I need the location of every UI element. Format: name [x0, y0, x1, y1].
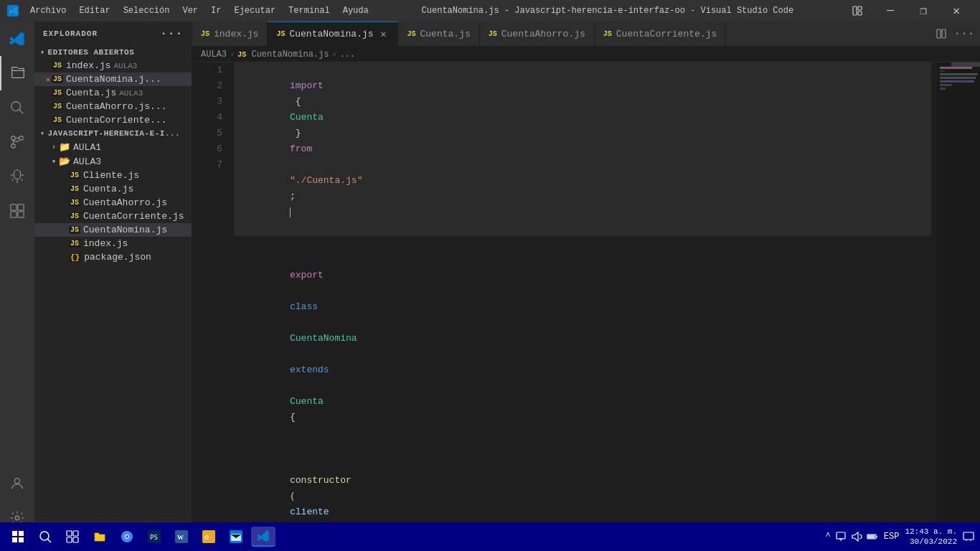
tab-name: CuentaCorriente.js — [616, 29, 717, 39]
activity-extensions[interactable] — [0, 194, 34, 228]
file-name: Cuenta.js — [83, 184, 133, 194]
tray-battery-icon[interactable] — [867, 531, 878, 542]
folder-aula3[interactable]: ▾ 📂 AULA3 — [34, 154, 192, 169]
svg-rect-28 — [73, 531, 78, 536]
menu-ayuda[interactable]: Ayuda — [337, 3, 374, 19]
list-item[interactable]: JS Cliente.js — [34, 169, 192, 182]
code-space — [290, 380, 296, 391]
taskbar-fileexplorer[interactable] — [88, 527, 112, 546]
more-actions-button[interactable]: ··· — [954, 24, 974, 44]
tab-cuentajs[interactable]: JS Cuenta.js — [398, 22, 479, 46]
code-area: 1 2 3 4 5 6 7 import { Cuenta } from "./… — [192, 62, 980, 535]
file-name: Cliente.js — [83, 170, 139, 181]
clock[interactable]: 12:43 a. m. 30/03/2022 — [905, 527, 957, 547]
taskbar-vscode[interactable] — [251, 527, 275, 547]
list-item[interactable]: JS index.js — [34, 237, 192, 250]
code-editor[interactable]: import { Cuenta } from "./Cuenta.js" ; e… — [228, 62, 937, 535]
taskbar-search[interactable] — [33, 527, 57, 546]
mini-line — [940, 67, 972, 69]
code-line-3[interactable]: export class CuentaNomina extends Cuenta… — [234, 252, 931, 441]
code-indent — [290, 459, 312, 470]
close-button[interactable]: ✕ — [940, 0, 973, 22]
string-path: "./Cuenta.js" — [290, 175, 362, 186]
menu-seleccion[interactable]: Selección — [118, 3, 176, 19]
tab-close-icon[interactable]: ✕ — [377, 29, 389, 40]
list-item[interactable]: JS CuentaAhorro.js... — [34, 100, 192, 113]
svg-rect-22 — [19, 531, 24, 536]
tray-up-icon[interactable]: ^ — [826, 532, 831, 542]
tab-cuentanomina[interactable]: JS CuentaNomina.js ✕ — [268, 22, 398, 46]
taskbar-outlook[interactable] — [224, 527, 248, 546]
taskbar-taskview[interactable] — [60, 527, 85, 546]
tab-indexjs[interactable]: JS index.js — [192, 22, 268, 46]
menu-ejecutar[interactable]: Ejecutar — [228, 3, 281, 19]
activity-vscode[interactable] — [0, 22, 34, 56]
file-name: package.json — [84, 252, 151, 263]
menu-archivo[interactable]: Archivo — [24, 3, 72, 19]
line-number: 5 — [198, 126, 222, 141]
sidebar-more-icon[interactable]: ··· — [160, 27, 183, 40]
editors-open-header[interactable]: ▾ EDITORES ABIERTOS — [34, 46, 192, 59]
activity-account[interactable] — [0, 466, 34, 501]
js-file-icon: JS — [69, 199, 80, 207]
menu-terminal[interactable]: Terminal — [283, 3, 336, 19]
minimize-button[interactable]: — — [874, 0, 907, 22]
list-item[interactable]: JS Cuenta.js — [34, 182, 192, 196]
list-item[interactable]: JS CuentaNomina.js — [34, 223, 192, 237]
svg-rect-15 — [942, 29, 946, 38]
breadcrumb-sep2: › — [331, 50, 336, 60]
list-item[interactable]: JS Cuenta.js AULA3 — [34, 86, 192, 100]
activity-search[interactable] — [0, 90, 34, 125]
menu-ver[interactable]: Ver — [176, 3, 204, 19]
breadcrumb-aula3[interactable]: AULA3 — [201, 50, 227, 60]
folder-aula1[interactable]: › 📁 AULA1 — [34, 140, 192, 154]
folder-icon: 📁 — [59, 141, 70, 153]
code-line-2[interactable] — [234, 236, 931, 252]
tray-volume-icon[interactable] — [851, 531, 862, 542]
tray-language[interactable]: ESP — [884, 532, 900, 542]
list-item[interactable]: JS index.js AULA3 — [34, 59, 192, 72]
project-chevron-icon: ▾ — [40, 129, 45, 138]
activity-debug[interactable] — [0, 159, 34, 194]
start-button[interactable] — [6, 527, 30, 546]
tab-cuentacorriente[interactable]: JS CuentaCorriente.js — [595, 22, 726, 46]
list-item[interactable]: {} package.json — [34, 250, 192, 264]
js-file-icon: JS — [52, 62, 63, 70]
taskbar-teams[interactable]: ☆ — [197, 527, 221, 546]
tab-cuentaahorro[interactable]: JS CuentaAhorro.js — [480, 22, 595, 46]
code-line-1[interactable]: import { Cuenta } from "./Cuenta.js" ; — [234, 62, 931, 236]
layout-icon[interactable] — [841, 0, 874, 22]
file-name: index.js — [83, 238, 128, 249]
line-number: 3 — [198, 94, 222, 110]
taskbar-powershell[interactable]: PS — [142, 527, 166, 546]
json-file-icon: {} — [69, 253, 81, 262]
breadcrumb-more[interactable]: ... — [340, 50, 356, 60]
folder-name: AULA1 — [73, 142, 101, 153]
list-item[interactable]: JS CuentaCorriente... — [34, 113, 192, 127]
svg-rect-48 — [963, 532, 974, 540]
menu-editar[interactable]: Editar — [73, 3, 116, 19]
tray-network-icon[interactable] — [835, 531, 847, 542]
mini-line — [940, 77, 976, 79]
menu-ir[interactable]: Ir — [205, 3, 227, 19]
activity-source-control[interactable] — [0, 125, 34, 159]
tray-notification-icon[interactable] — [963, 531, 974, 542]
file-name: Cuenta.js — [66, 88, 116, 98]
breadcrumb-jsfile[interactable]: JS CuentaNomina.js — [237, 50, 329, 60]
list-item[interactable]: JS CuentaCorriente.js — [34, 209, 192, 223]
tab-js-icon: JS — [201, 30, 209, 38]
tab-name: CuentaNomina.js — [289, 29, 373, 39]
code-line-4[interactable]: constructor ( cliente , numero , agencia… — [234, 441, 931, 535]
taskbar-word[interactable]: W — [169, 527, 194, 546]
maximize-button[interactable]: ❐ — [907, 0, 940, 22]
list-item[interactable]: ✕ JS CuentaNomina.j... — [34, 72, 192, 86]
taskbar-chrome[interactable] — [115, 527, 139, 546]
project-header[interactable]: ▾ JAVASCRIPT-HERENCIA-E-I... — [34, 127, 192, 140]
taskbar-left: PS W ☆ — [6, 527, 275, 547]
list-item[interactable]: JS CuentaAhorro.js — [34, 196, 192, 209]
activity-explorer[interactable] — [0, 56, 34, 90]
split-editor-button[interactable] — [931, 24, 951, 44]
file-badge: AULA3 — [113, 62, 137, 70]
tab-js-icon: JS — [489, 30, 497, 38]
app-body: EXPLORADOR ··· ▾ EDITORES ABIERTOS JS in… — [0, 22, 980, 535]
